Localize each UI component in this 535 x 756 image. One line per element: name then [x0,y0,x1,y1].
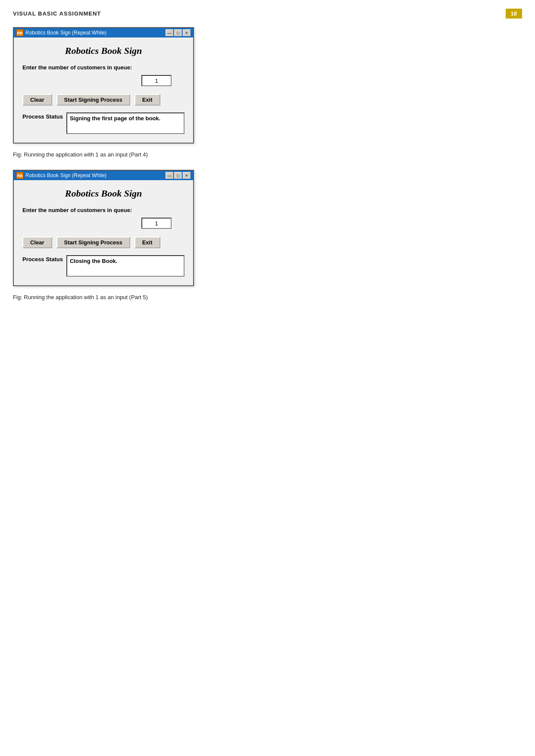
fig-caption-2: Fig: Running the application with 1 as a… [13,294,522,300]
customers-input-2[interactable] [141,218,172,229]
status-row-2: Process Status Closing the Book. [22,255,185,277]
input-label-2: Enter the number of customers in queue: [22,207,185,213]
input-label-1: Enter the number of customers in queue: [22,64,185,71]
customers-input-1[interactable] [141,75,172,86]
app-title-2: Robotics Book Sign [22,188,185,199]
maximize-btn-1[interactable]: □ [174,29,182,36]
status-text-2: Closing the Book. [66,255,185,277]
close-btn-1[interactable]: × [183,29,191,36]
buttons-row-1: Clear Start Signing Process Exit [22,94,185,106]
input-row-1 [22,75,185,86]
status-text-1: Signing the first page of the book. [66,112,185,134]
titlebar-left-1: RB Robotics Book Sign (Repeat While) [16,29,106,36]
page-number: 18 [506,9,522,19]
exit-button-1[interactable]: Exit [135,94,160,106]
dialog-body-1: Robotics Book Sign Enter the number of c… [14,37,193,143]
titlebar-title-1: Robotics Book Sign (Repeat While) [25,30,106,36]
dialog-titlebar-1: RB Robotics Book Sign (Repeat While) — □… [14,28,193,37]
page-title: VISUAL BASIC ASSIGNMENT [13,10,101,17]
status-label-1: Process Status [22,112,63,120]
dialog-window-2: RB Robotics Book Sign (Repeat While) — □… [13,170,194,286]
app-title-1: Robotics Book Sign [22,45,185,56]
titlebar-controls-2: — □ × [166,172,191,179]
titlebar-left-2: RB Robotics Book Sign (Repeat While) [16,172,106,179]
start-signing-button-1[interactable]: Start Signing Process [56,94,130,106]
maximize-btn-2[interactable]: □ [174,172,182,179]
input-row-2 [22,218,185,229]
close-btn-2[interactable]: × [183,172,191,179]
clear-button-1[interactable]: Clear [22,94,52,106]
dialog-body-2: Robotics Book Sign Enter the number of c… [14,180,193,285]
app-icon-2: RB [16,172,23,179]
status-label-2: Process Status [22,255,63,262]
start-signing-button-2[interactable]: Start Signing Process [56,237,130,248]
clear-button-2[interactable]: Clear [22,237,52,248]
app-icon-1: RB [16,29,23,36]
dialog-window-1: RB Robotics Book Sign (Repeat While) — □… [13,27,194,144]
minimize-btn-1[interactable]: — [166,29,173,36]
minimize-btn-2[interactable]: — [166,172,173,179]
titlebar-title-2: Robotics Book Sign (Repeat While) [25,172,106,178]
buttons-row-2: Clear Start Signing Process Exit [22,237,185,248]
exit-button-2[interactable]: Exit [135,237,160,248]
dialog-titlebar-2: RB Robotics Book Sign (Repeat While) — □… [14,171,193,180]
page-header: VISUAL BASIC ASSIGNMENT 18 [13,9,522,19]
status-row-1: Process Status Signing the first page of… [22,112,185,134]
fig-caption-1: Fig: Running the application with 1 as a… [13,151,522,158]
titlebar-controls-1: — □ × [166,29,191,36]
